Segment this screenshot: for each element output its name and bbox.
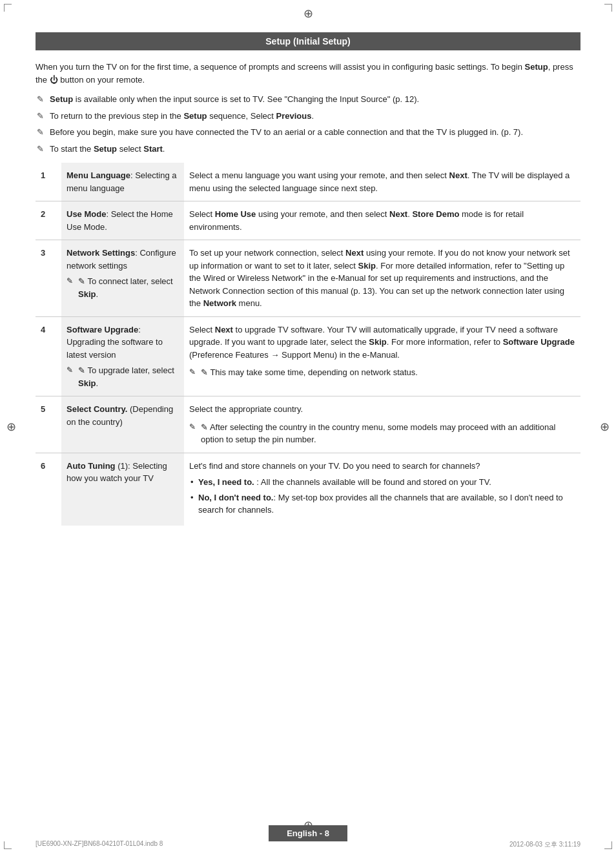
step-extranote-5: ✎ After selecting the country in the cou… (189, 421, 575, 446)
step-title-cell-3: Network Settings: Configure network sett… (61, 240, 184, 317)
step-sidenote-3: ✎ To connect later, select Skip. (67, 275, 179, 300)
step-row-2: 2 Use Mode: Select the Home Use Mode. Se… (36, 201, 580, 240)
corner-mark-br (604, 841, 612, 849)
bullet-item-no: No, I don't need to.: My set-top box pro… (189, 491, 575, 517)
step-extranote-4: ✎ This may take some time, depending on … (189, 366, 575, 379)
crosshair-left-icon: ⊕ (6, 420, 16, 434)
bullet-item-yes: Yes, I need to. : All the channels avail… (189, 476, 575, 489)
note-item-2: To return to the previous step in the Se… (36, 110, 580, 123)
step-sidenote-4: ✎ To upgrade later, select Skip. (67, 364, 179, 389)
step-title-cell-2: Use Mode: Select the Home Use Mode. (61, 201, 184, 240)
step-desc-2: Select Home Use using your remote, and t… (184, 201, 580, 240)
step-desc-5: Select the appropriate country. ✎ After … (184, 396, 580, 453)
page: ⊕ ⊕ ⊕ Setup (Initial Setup) When you tur… (0, 0, 616, 853)
step-title-6: Auto Tuning (67, 461, 116, 471)
page-title: Setup (Initial Setup) (36, 32, 580, 50)
step-bullets-6: Yes, I need to. : All the channels avail… (189, 476, 575, 517)
step-title-5: Select Country. (67, 404, 127, 414)
step-row-3: 3 Network Settings: Configure network se… (36, 240, 580, 317)
crosshair-bottom-icon: ⊕ (303, 818, 313, 832)
step-title-cell-6: Auto Tuning (1): Selecting how you watch… (61, 453, 184, 526)
step-title-cell-1: Menu Language: Selecting a menu language (61, 163, 184, 201)
steps-table: 1 Menu Language: Selecting a menu langua… (36, 163, 580, 526)
crosshair-top-icon: ⊕ (303, 6, 313, 21)
step-desc-1: Select a menu language you want using yo… (184, 163, 580, 201)
step-number-6: 6 (36, 453, 61, 526)
step-row-5: 5 Select Country. (Depending on the coun… (36, 396, 580, 453)
bottom-meta-right: 2012-08-03 오후 3:11:19 (509, 840, 580, 849)
note-item-4: To start the Setup select Start. (36, 143, 580, 156)
bottom-meta: [UE6900-XN-ZF]BN68-04210T-01L04.indb 8 2… (36, 840, 580, 849)
step-desc-3: To set up your network connection, selec… (184, 240, 580, 317)
corner-mark-tr (604, 4, 612, 12)
step-number-1: 1 (36, 163, 61, 201)
step-row-1: 1 Menu Language: Selecting a menu langua… (36, 163, 580, 201)
step-title-1: Menu Language (67, 170, 130, 180)
step-title-cell-5: Select Country. (Depending on the countr… (61, 396, 184, 453)
bottom-meta-left: [UE6900-XN-ZF]BN68-04210T-01L04.indb 8 (36, 840, 163, 849)
step-desc-4: Select Next to upgrade TV software. Your… (184, 316, 580, 396)
step-row-4: 4 Software Upgrade: Upgrading the softwa… (36, 316, 580, 396)
notes-list: Setup is available only when the input s… (36, 93, 580, 155)
step-number-3: 3 (36, 240, 61, 317)
note-item-1: Setup is available only when the input s… (36, 93, 580, 106)
corner-mark-tl (4, 4, 12, 12)
note-item-3: Before you begin, make sure you have con… (36, 126, 580, 139)
step-title-3: Network Settings (67, 248, 135, 258)
step-title-cell-4: Software Upgrade: Upgrading the software… (61, 316, 184, 396)
step-desc-6: Let's find and store channels on your TV… (184, 453, 580, 526)
corner-mark-bl (4, 841, 12, 849)
step-number-2: 2 (36, 201, 61, 240)
step-number-4: 4 (36, 316, 61, 396)
step-row-6: 6 Auto Tuning (1): Selecting how you wat… (36, 453, 580, 526)
intro-paragraph: When you turn the TV on for the first ti… (36, 61, 580, 87)
step-title-4: Software Upgrade (67, 325, 138, 334)
crosshair-right-icon: ⊕ (600, 420, 610, 434)
step-number-5: 5 (36, 396, 61, 453)
step-title-2: Use Mode (67, 209, 106, 219)
